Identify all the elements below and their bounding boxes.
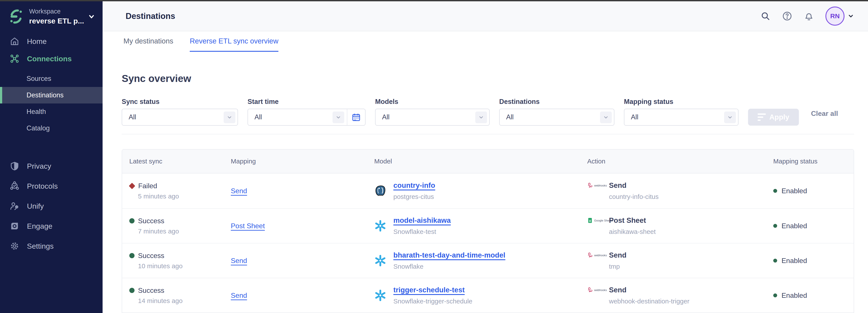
table-row: Success 10 minutes ago Send — [122, 243, 854, 278]
tab-bar: My destinations Reverse ETL sync overvie… — [102, 31, 868, 52]
sidebar-item-label: Sources — [27, 75, 51, 83]
mapping-status-label: Enabled — [781, 187, 807, 195]
sync-overview-table: Latest sync Mapping Model Action Mapping… — [122, 149, 854, 313]
model-cell: country-info postgres-citus — [374, 181, 587, 200]
models-select[interactable]: All — [375, 109, 490, 126]
start-time-select[interactable]: All — [248, 109, 366, 126]
sidebar-item-sources[interactable]: Sources — [0, 70, 102, 87]
sidebar-item-label: Protocols — [27, 182, 58, 190]
sidebar: Workspace reverse ETL p... Home — [0, 1, 102, 313]
sidebar-item-catalog[interactable]: Catalog — [0, 120, 102, 136]
action-cell: webhooks Send country-info-citus — [587, 181, 773, 200]
snowflake-icon — [374, 254, 386, 267]
action-cell: Google Sheets Post Sheet aishikawa-sheet — [587, 216, 773, 236]
tab-my-destinations[interactable]: My destinations — [123, 37, 173, 51]
filter-icon — [757, 114, 766, 121]
model-name-link[interactable]: bharath-test-day-and-time-model — [393, 251, 505, 259]
filter-models: Models All — [375, 87, 490, 126]
mapping-status-label: Enabled — [781, 257, 807, 265]
mapping-link[interactable]: Send — [231, 187, 247, 195]
mapping-status-select[interactable]: All — [624, 109, 739, 126]
clear-all-button[interactable]: Clear all — [811, 109, 838, 118]
chevron-down-icon — [475, 112, 487, 123]
model-cell: trigger-schedule-test Snowflake-trigger-… — [374, 286, 587, 305]
destinations-select[interactable]: All — [499, 109, 614, 126]
workspace-name: reverse ETL p... — [29, 17, 88, 25]
notifications-bell-icon[interactable] — [804, 11, 814, 21]
webhooks-icon — [587, 252, 593, 258]
account-menu[interactable]: RN — [826, 6, 854, 26]
rudderstack-logo-icon — [9, 9, 24, 24]
table-body: Failed 5 minutes ago Send — [122, 174, 854, 313]
select-value: All — [122, 113, 136, 121]
chevron-down-icon — [224, 112, 235, 123]
sidebar-item-label: Connections — [27, 55, 72, 63]
select-value: All — [624, 113, 638, 121]
filter-label: Destinations — [499, 98, 614, 106]
app-window: Workspace reverse ETL p... Home — [0, 0, 868, 313]
help-icon[interactable] — [782, 11, 793, 21]
sidebar-item-health[interactable]: Health — [0, 103, 102, 120]
destination-icon-caption: webhooks — [594, 184, 607, 187]
model-cell: bharath-test-day-and-time-model Snowflak… — [374, 251, 587, 270]
sidebar-item-connections[interactable]: Connections — [0, 50, 102, 67]
sidebar-item-privacy[interactable]: Privacy — [0, 156, 102, 176]
mapping-link[interactable]: Send — [231, 291, 247, 299]
workspace-switcher[interactable]: Workspace reverse ETL p... — [0, 1, 102, 30]
sidebar-item-label: Home — [27, 37, 47, 45]
filter-label: Start time — [248, 98, 366, 106]
chevron-down-icon — [724, 112, 736, 123]
calendar-icon — [352, 113, 361, 122]
mapping-cell: Send — [231, 187, 374, 195]
sidebar-item-label: Destinations — [27, 91, 64, 99]
sync-time: 10 minutes ago — [138, 262, 231, 270]
model-name-link[interactable]: trigger-schedule-test — [393, 286, 472, 294]
filter-destinations: Destinations All — [499, 87, 614, 126]
avatar[interactable]: RN — [826, 6, 844, 26]
main-area: Destinations — [102, 1, 868, 313]
mapping-status-label: Enabled — [781, 222, 807, 230]
snowflake-icon — [374, 220, 386, 232]
model-source-name: Snowflake-trigger-schedule — [393, 298, 472, 305]
model-source-name: Snowflake-test — [393, 228, 451, 236]
sidebar-item-destinations[interactable]: Destinations — [0, 87, 102, 103]
mapping-link[interactable]: Post Sheet — [231, 222, 265, 230]
filter-label: Mapping status — [624, 98, 739, 106]
sync-status-icon — [129, 218, 134, 223]
model-source-icon — [374, 289, 386, 302]
model-name-link[interactable]: model-aishikawa — [393, 216, 451, 224]
calendar-picker-button[interactable] — [347, 109, 365, 125]
sidebar-item-label: Privacy — [27, 162, 51, 170]
apply-button[interactable]: Apply — [748, 109, 799, 126]
sidebar-item-protocols[interactable]: Protocols — [0, 176, 102, 196]
enabled-status-dot — [773, 293, 777, 298]
mapping-status-cell: Enabled — [773, 187, 854, 195]
sidebar-item-label: Health — [27, 108, 46, 116]
sync-time: 5 minutes ago — [138, 193, 231, 200]
sidebar-item-label: Catalog — [27, 124, 50, 132]
webhooks-icon — [587, 287, 593, 293]
model-source-name: postgres-citus — [393, 193, 435, 200]
model-source-icon — [374, 185, 386, 197]
enabled-status-dot — [773, 224, 777, 228]
mapping-link[interactable]: Send — [231, 257, 247, 264]
destination-name: aishikawa-sheet — [609, 228, 656, 236]
model-source-icon — [374, 254, 386, 267]
webhooks-icon — [587, 183, 593, 188]
search-icon[interactable] — [760, 11, 771, 21]
destination-icon: webhooks — [587, 252, 609, 258]
sidebar-item-unify[interactable]: Unify — [0, 196, 102, 216]
destination-name: webhook-destination-trigger — [609, 298, 689, 305]
mapping-cell: Send — [231, 291, 374, 300]
sidebar-item-home[interactable]: Home — [0, 33, 102, 50]
sidebar-item-engage[interactable]: Engage — [0, 216, 102, 236]
postgres-icon — [374, 185, 386, 197]
column-header-mapping: Mapping — [231, 158, 374, 165]
sync-status-select[interactable]: All — [122, 109, 238, 126]
chevron-down-icon — [88, 13, 95, 20]
model-name-link[interactable]: country-info — [393, 181, 435, 190]
sidebar-item-settings[interactable]: Settings — [0, 236, 102, 256]
tab-reverse-etl-sync-overview[interactable]: Reverse ETL sync overview — [190, 37, 278, 52]
column-header-action: Action — [587, 158, 773, 165]
sidebar-item-label: Engage — [27, 222, 52, 230]
